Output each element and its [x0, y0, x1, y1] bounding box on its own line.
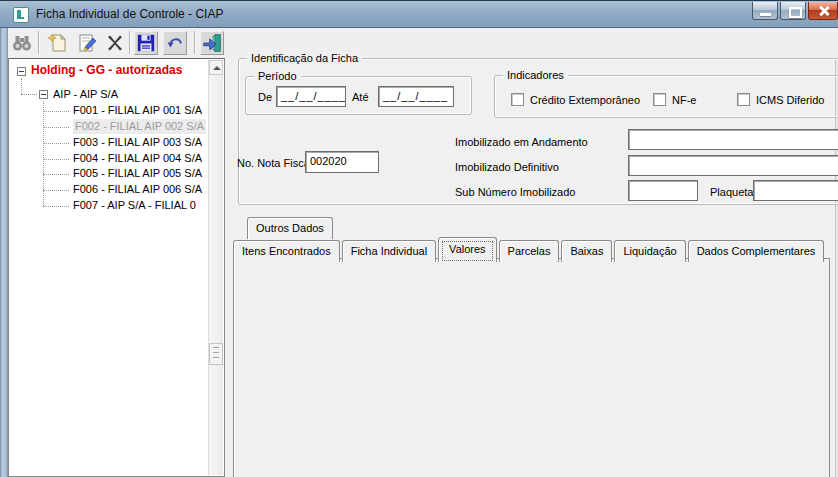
window-left-border [0, 28, 8, 477]
checkbox-label: NF-e [672, 93, 696, 107]
scrollbar-thumb[interactable] [209, 343, 223, 365]
restore-button[interactable] [780, 2, 806, 20]
toolbar-separator [194, 31, 195, 54]
nota-fiscal-input[interactable]: 002020 [305, 151, 379, 173]
new-record-button[interactable] [46, 31, 70, 55]
plaqueta-input[interactable] [753, 180, 838, 201]
tab-liquida-o[interactable]: Liquidação [614, 240, 685, 262]
imobilizado-andamento-input[interactable] [628, 129, 838, 150]
window: Ficha Individual de Controle - CIAP [0, 0, 838, 477]
undo-arrow-icon [165, 33, 185, 53]
tree-collapse-box[interactable] [39, 90, 48, 99]
tab-itens-encontrados[interactable]: Itens Encontrados [233, 240, 340, 262]
tree-connector [43, 159, 69, 160]
find-button[interactable] [10, 31, 34, 55]
minimize-button[interactable] [752, 2, 778, 20]
groupbox-legend: Período [254, 70, 301, 83]
periodo-de-input[interactable]: __/__/____ [276, 86, 346, 107]
checkbox-label: ICMS Diferido [756, 93, 824, 107]
toolbar-separator [38, 31, 39, 54]
window-title: Ficha Individual de Controle - CIAP [36, 1, 223, 27]
tab-ficha-individual[interactable]: Ficha Individual [342, 240, 436, 262]
binoculars-icon [11, 32, 33, 54]
tree-connector [43, 143, 69, 144]
minimize-icon [760, 13, 771, 16]
checkbox[interactable] [511, 93, 524, 106]
tree-collapse-box[interactable] [17, 67, 26, 76]
tree-connector [43, 111, 69, 112]
tab-dados-complementares[interactable]: Dados Complementares [688, 240, 825, 262]
tree-scrollbar[interactable] [208, 60, 223, 475]
exit-button[interactable] [200, 31, 224, 55]
delete-record-button[interactable] [103, 31, 127, 55]
tree-item-root[interactable]: Holding - GG - autorizadas [31, 62, 182, 79]
tree-item-parent[interactable]: AIP - AIP S/A [53, 87, 118, 102]
groupbox-indicadores: Indicadores Crédito ExtemporâneoNF-eICMS… [494, 75, 838, 118]
tree-item[interactable]: F006 - FILIAL AIP 006 S/A [73, 182, 202, 197]
app-icon [13, 7, 29, 23]
sub-numero-label: Sub Número Imobilizado [455, 185, 575, 199]
tree-connector [43, 190, 69, 191]
ate-label: Até [352, 90, 369, 104]
de-label: De [258, 90, 272, 104]
edit-icon [76, 32, 98, 54]
exit-door-icon [201, 32, 223, 54]
tree-connector [21, 78, 22, 94]
new-document-icon [47, 32, 69, 54]
tab-outros-dados[interactable]: Outros Dados [247, 217, 333, 239]
checkbox[interactable] [737, 93, 750, 106]
tree-item[interactable]: F005 - FILIAL AIP 005 S/A [73, 166, 202, 181]
delete-x-icon [104, 32, 126, 54]
title-bar: Ficha Individual de Controle - CIAP [0, 0, 838, 28]
tab-bar: Itens EncontradosFicha IndividualValores… [233, 237, 826, 258]
imobilizado-andamento-label: Imobilizado em Andamento [455, 135, 588, 149]
tree-item[interactable]: F004 - FILIAL AIP 004 S/A [73, 151, 202, 166]
periodo-ate-input[interactable]: __/__/____ [378, 86, 454, 107]
scrollbar-up-arrow[interactable] [209, 60, 223, 75]
imobilizado-definitivo-input[interactable] [628, 155, 838, 176]
tree-item[interactable]: F001 - FILIAL AIP 001 S/A [73, 103, 202, 118]
groupbox-legend: Identificação da Ficha [247, 52, 362, 65]
imobilizado-definitivo-label: Imobilizado Definitivo [455, 160, 559, 174]
tab-parcelas[interactable]: Parcelas [499, 240, 560, 262]
tree-item[interactable]: F003 - FILIAL AIP 003 S/A [73, 135, 202, 150]
tree-panel: Holding - GG - autorizadas AIP - AIP S/A… [8, 58, 225, 477]
tree-connector [43, 174, 69, 175]
groupbox-legend: Indicadores [503, 69, 568, 82]
tree-item[interactable]: F002 - FILIAL AIP 002 S/A [73, 119, 206, 134]
edit-record-button[interactable] [75, 31, 99, 55]
tree-connector [43, 206, 69, 207]
save-button[interactable] [134, 31, 158, 55]
tree-connector [21, 94, 37, 95]
tree-connector [43, 127, 69, 128]
toolbar-separator [129, 31, 130, 54]
restore-icon [789, 7, 802, 18]
tab-baixas[interactable]: Baixas [561, 240, 612, 262]
sub-numero-input[interactable] [628, 180, 698, 201]
toolbar [0, 28, 838, 58]
undo-button[interactable] [163, 31, 187, 55]
checkbox[interactable] [653, 93, 666, 106]
valores-tab-panel [233, 258, 830, 477]
close-icon [818, 5, 830, 17]
tab-valores[interactable]: Valores [438, 237, 496, 262]
nota-fiscal-label: No. Nota Fiscal [237, 156, 312, 170]
save-floppy-icon [136, 33, 156, 53]
checkbox-label: Crédito Extemporâneo [530, 93, 640, 107]
plaqueta-label: Plaqueta [710, 185, 753, 199]
tree-item[interactable]: F007 - AIP S/A - FILIAL 0 [73, 198, 196, 213]
close-button[interactable] [808, 2, 838, 20]
